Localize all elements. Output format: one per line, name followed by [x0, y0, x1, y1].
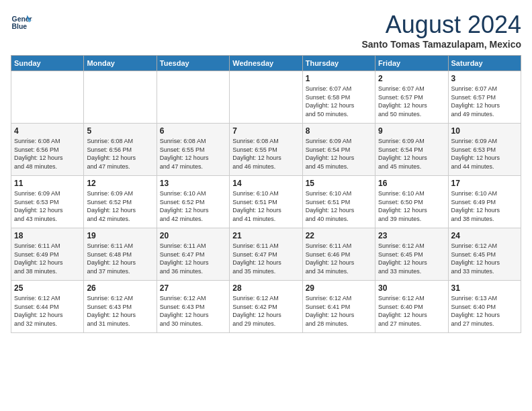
calendar-cell: 9Sunrise: 6:09 AM Sunset: 6:54 PM Daylig…: [375, 124, 448, 176]
calendar-cell: 4Sunrise: 6:08 AM Sunset: 6:56 PM Daylig…: [11, 124, 84, 176]
day-number: 17: [451, 179, 518, 188]
cell-content: Sunrise: 6:11 AM Sunset: 6:46 PM Dayligh…: [306, 242, 372, 275]
page-header: General Blue August 2024 Santo Tomas Tam…: [11, 11, 521, 50]
day-header-saturday: Saturday: [448, 56, 521, 71]
cell-content: Sunrise: 6:11 AM Sunset: 6:48 PM Dayligh…: [87, 242, 153, 275]
calendar-cell: 5Sunrise: 6:08 AM Sunset: 6:56 PM Daylig…: [84, 124, 157, 176]
calendar-cell: 29Sunrise: 6:12 AM Sunset: 6:41 PM Dayli…: [302, 281, 375, 333]
day-number: 11: [14, 179, 81, 188]
day-number: 27: [160, 283, 226, 293]
day-number: 8: [306, 126, 372, 136]
week-row-3: 11Sunrise: 6:09 AM Sunset: 6:53 PM Dayli…: [11, 176, 521, 228]
day-number: 29: [306, 283, 372, 293]
day-number: 14: [232, 179, 299, 188]
day-number: 21: [232, 231, 299, 240]
cell-content: Sunrise: 6:11 AM Sunset: 6:49 PM Dayligh…: [14, 242, 81, 275]
cell-content: Sunrise: 6:13 AM Sunset: 6:40 PM Dayligh…: [451, 294, 518, 328]
calendar-cell: 8Sunrise: 6:09 AM Sunset: 6:54 PM Daylig…: [302, 124, 375, 176]
cell-content: Sunrise: 6:09 AM Sunset: 6:53 PM Dayligh…: [14, 189, 81, 223]
cell-content: Sunrise: 6:12 AM Sunset: 6:45 PM Dayligh…: [451, 242, 518, 275]
calendar-cell: 24Sunrise: 6:12 AM Sunset: 6:45 PM Dayli…: [448, 228, 521, 281]
calendar-cell: 2Sunrise: 6:07 AM Sunset: 6:57 PM Daylig…: [375, 71, 448, 124]
day-number: 12: [87, 179, 153, 188]
calendar-cell: 3Sunrise: 6:07 AM Sunset: 6:57 PM Daylig…: [448, 71, 521, 124]
calendar-cell: 15Sunrise: 6:10 AM Sunset: 6:51 PM Dayli…: [302, 176, 375, 228]
cell-content: Sunrise: 6:09 AM Sunset: 6:52 PM Dayligh…: [87, 189, 153, 223]
cell-content: Sunrise: 6:10 AM Sunset: 6:52 PM Dayligh…: [160, 189, 226, 223]
day-number: 15: [306, 179, 372, 188]
day-number: 4: [14, 126, 81, 136]
cell-content: Sunrise: 6:08 AM Sunset: 6:56 PM Dayligh…: [14, 137, 81, 171]
calendar-cell: 28Sunrise: 6:12 AM Sunset: 6:42 PM Dayli…: [230, 281, 302, 333]
cell-content: Sunrise: 6:08 AM Sunset: 6:56 PM Dayligh…: [87, 137, 153, 171]
calendar-cell: 23Sunrise: 6:12 AM Sunset: 6:45 PM Dayli…: [375, 228, 448, 281]
calendar-cell: 25Sunrise: 6:12 AM Sunset: 6:44 PM Dayli…: [11, 281, 84, 333]
cell-content: Sunrise: 6:12 AM Sunset: 6:43 PM Dayligh…: [87, 294, 153, 328]
calendar-cell: 14Sunrise: 6:10 AM Sunset: 6:51 PM Dayli…: [230, 176, 302, 228]
cell-content: Sunrise: 6:07 AM Sunset: 6:57 PM Dayligh…: [451, 85, 518, 118]
cell-content: Sunrise: 6:11 AM Sunset: 6:47 PM Dayligh…: [160, 242, 226, 275]
day-number: 19: [87, 231, 153, 240]
calendar-cell: 18Sunrise: 6:11 AM Sunset: 6:49 PM Dayli…: [11, 228, 84, 281]
calendar-cell: 1Sunrise: 6:07 AM Sunset: 6:58 PM Daylig…: [302, 71, 375, 124]
day-number: 10: [451, 126, 518, 136]
calendar-cell: 21Sunrise: 6:11 AM Sunset: 6:47 PM Dayli…: [230, 228, 302, 281]
calendar-table: SundayMondayTuesdayWednesdayThursdayFrid…: [11, 55, 521, 333]
week-row-1: 1Sunrise: 6:07 AM Sunset: 6:58 PM Daylig…: [11, 71, 521, 124]
cell-content: Sunrise: 6:08 AM Sunset: 6:55 PM Dayligh…: [232, 137, 299, 171]
day-header-wednesday: Wednesday: [230, 56, 302, 71]
day-number: 1: [306, 74, 372, 83]
day-number: 13: [160, 179, 226, 188]
day-number: 25: [14, 283, 81, 293]
calendar-cell: 16Sunrise: 6:10 AM Sunset: 6:50 PM Dayli…: [375, 176, 448, 228]
cell-content: Sunrise: 6:10 AM Sunset: 6:51 PM Dayligh…: [232, 189, 299, 223]
calendar-cell: 19Sunrise: 6:11 AM Sunset: 6:48 PM Dayli…: [84, 228, 157, 281]
calendar-cell: 6Sunrise: 6:08 AM Sunset: 6:55 PM Daylig…: [157, 124, 229, 176]
day-header-monday: Monday: [84, 56, 157, 71]
cell-content: Sunrise: 6:09 AM Sunset: 6:54 PM Dayligh…: [306, 137, 372, 171]
logo: General Blue: [11, 11, 32, 32]
day-number: 6: [160, 126, 226, 136]
day-number: 16: [378, 179, 445, 188]
day-number: 3: [451, 74, 518, 83]
location: Santo Tomas Tamazulapam, Mexico: [361, 39, 521, 50]
cell-content: Sunrise: 6:07 AM Sunset: 6:57 PM Dayligh…: [378, 85, 445, 118]
calendar-cell: 20Sunrise: 6:11 AM Sunset: 6:47 PM Dayli…: [157, 228, 229, 281]
day-number: 26: [87, 283, 153, 293]
day-number: 31: [451, 283, 518, 293]
day-number: 23: [378, 231, 445, 240]
calendar-cell: [84, 71, 157, 124]
cell-content: Sunrise: 6:07 AM Sunset: 6:58 PM Dayligh…: [306, 85, 372, 118]
cell-content: Sunrise: 6:12 AM Sunset: 6:40 PM Dayligh…: [378, 294, 445, 328]
day-number: 24: [451, 231, 518, 240]
calendar-cell: 22Sunrise: 6:11 AM Sunset: 6:46 PM Dayli…: [302, 228, 375, 281]
cell-content: Sunrise: 6:11 AM Sunset: 6:47 PM Dayligh…: [232, 242, 299, 275]
calendar-cell: 17Sunrise: 6:10 AM Sunset: 6:49 PM Dayli…: [448, 176, 521, 228]
cell-content: Sunrise: 6:10 AM Sunset: 6:51 PM Dayligh…: [306, 189, 372, 223]
day-header-tuesday: Tuesday: [157, 56, 229, 71]
title-block: August 2024 Santo Tomas Tamazulapam, Mex…: [361, 11, 521, 50]
cell-content: Sunrise: 6:09 AM Sunset: 6:53 PM Dayligh…: [451, 137, 518, 171]
calendar-cell: 7Sunrise: 6:08 AM Sunset: 6:55 PM Daylig…: [230, 124, 302, 176]
day-header-thursday: Thursday: [302, 56, 375, 71]
day-number: 28: [232, 283, 299, 293]
day-number: 5: [87, 126, 153, 136]
cell-content: Sunrise: 6:12 AM Sunset: 6:41 PM Dayligh…: [306, 294, 372, 328]
calendar-cell: 31Sunrise: 6:13 AM Sunset: 6:40 PM Dayli…: [448, 281, 521, 333]
calendar-cell: 10Sunrise: 6:09 AM Sunset: 6:53 PM Dayli…: [448, 124, 521, 176]
calendar-cell: 30Sunrise: 6:12 AM Sunset: 6:40 PM Dayli…: [375, 281, 448, 333]
day-number: 22: [306, 231, 372, 240]
cell-content: Sunrise: 6:12 AM Sunset: 6:45 PM Dayligh…: [378, 242, 445, 275]
cell-content: Sunrise: 6:08 AM Sunset: 6:55 PM Dayligh…: [160, 137, 226, 171]
month-title: August 2024: [361, 11, 521, 39]
cell-content: Sunrise: 6:10 AM Sunset: 6:50 PM Dayligh…: [378, 189, 445, 223]
day-number: 7: [232, 126, 299, 136]
cell-content: Sunrise: 6:09 AM Sunset: 6:54 PM Dayligh…: [378, 137, 445, 171]
calendar-cell: [157, 71, 229, 124]
day-number: 30: [378, 283, 445, 293]
day-header-friday: Friday: [375, 56, 448, 71]
cell-content: Sunrise: 6:12 AM Sunset: 6:44 PM Dayligh…: [14, 294, 81, 328]
day-header-sunday: Sunday: [11, 56, 84, 71]
svg-text:Blue: Blue: [12, 23, 28, 30]
logo-icon: General Blue: [11, 11, 32, 32]
